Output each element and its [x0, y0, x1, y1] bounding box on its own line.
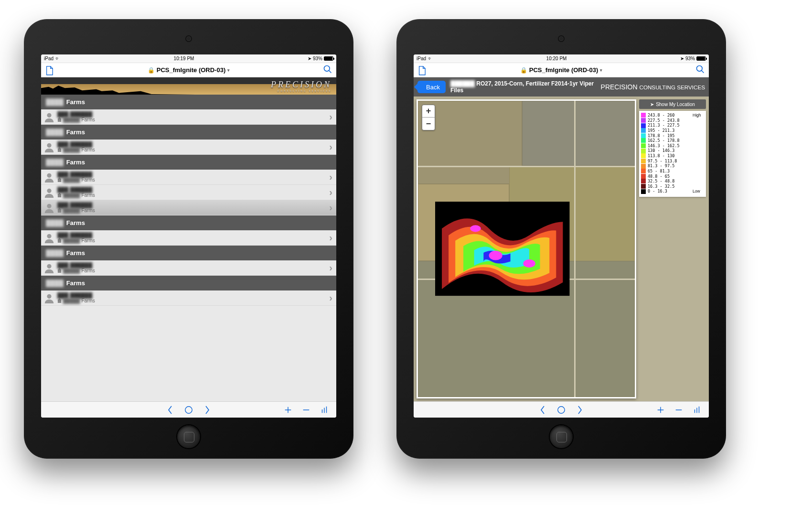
list-item[interactable]: ███ ███████████Farms›: [41, 290, 336, 306]
legend-swatch: [641, 174, 646, 179]
svg-point-37: [524, 260, 535, 268]
camera-dot: [186, 36, 191, 41]
wifi-icon: ᯤ: [428, 56, 433, 61]
list-item[interactable]: ███ ███████████Farms›: [41, 200, 336, 215]
group-header: ████Farms: [41, 246, 336, 260]
location-arrow-icon: ➤: [308, 56, 311, 61]
svg-point-14: [47, 204, 51, 208]
prev-record-button[interactable]: [539, 405, 546, 415]
delete-record-button[interactable]: [674, 406, 683, 414]
sort-button[interactable]: [693, 406, 701, 414]
svg-point-5: [47, 143, 51, 147]
legend-row: 178.8 - 195: [641, 133, 704, 139]
legend-swatch: [641, 138, 646, 143]
legend-row: 97.5 - 113.8: [641, 159, 704, 164]
list-item-text: ███ ███████████Farms: [57, 172, 329, 183]
legend-row: 162.5 - 178.8: [641, 138, 704, 143]
document-icon[interactable]: [45, 65, 53, 75]
camera-dot: [559, 36, 564, 41]
db-title-button[interactable]: 🔒 PCS_fmIgnite (ORD-03) ▾: [64, 66, 313, 74]
list-item-text: ███ ███████████Farms: [57, 111, 329, 122]
list-item[interactable]: ███ ███████████Farms›: [41, 170, 336, 185]
svg-rect-19: [59, 238, 61, 239]
brand-logo: PRECISION CONSULTING SERVICES: [271, 80, 331, 92]
legend-swatch: [641, 184, 646, 189]
legend-row: 146.3 - 162.5: [641, 143, 704, 149]
map-breadcrumb: ██████ RO27, 2015-Corn, Fertilizer F2014…: [450, 80, 596, 94]
sort-button[interactable]: [320, 406, 329, 414]
legend-swatch: [641, 128, 646, 133]
svg-point-20: [47, 264, 51, 268]
next-record-button[interactable]: [576, 405, 584, 415]
group-header: ████Farms: [41, 215, 336, 230]
new-record-button[interactable]: [656, 406, 665, 414]
current-record-button[interactable]: [184, 405, 193, 415]
document-icon[interactable]: [417, 65, 426, 75]
bottom-toolbar: [41, 401, 336, 418]
location-arrow-icon: ➤: [650, 102, 654, 107]
building-icon: [57, 178, 62, 182]
legend-row: 130 - 146.3: [641, 148, 704, 153]
svg-point-2: [47, 113, 51, 117]
home-button[interactable]: [550, 425, 573, 448]
person-icon: [44, 233, 54, 243]
zoom-in-button[interactable]: +: [422, 105, 435, 118]
list-item[interactable]: ███ ███████████Farms›: [41, 230, 336, 246]
svg-point-39: [558, 406, 565, 413]
farms-list[interactable]: ████Farms███ ███████████Farms›████Farms█…: [41, 95, 336, 401]
legend-row: 81.3 - 97.5: [641, 163, 704, 169]
legend-swatch: [641, 169, 646, 173]
svg-point-23: [47, 294, 51, 298]
prev-record-button[interactable]: [166, 405, 174, 415]
ios-statusbar: iPad ᯤ 10:19 PM ➤ 93%: [41, 54, 336, 63]
chevron-down-icon: ▾: [600, 68, 602, 73]
building-icon: [57, 148, 62, 152]
db-title-button[interactable]: 🔒 PCS_fmIgnite (ORD-03) ▾: [437, 66, 686, 74]
list-item[interactable]: ███ ███████████Farms›: [41, 260, 336, 276]
filemaker-topbar: 🔒 PCS_fmIgnite (ORD-03) ▾: [41, 63, 336, 77]
zoom-out-button[interactable]: −: [422, 118, 435, 130]
map-nav-header: Back ██████ RO27, 2015-Corn, Fertilizer …: [414, 77, 709, 97]
map-canvas[interactable]: + −: [417, 99, 636, 398]
legend-row: 211.3 - 227.5: [641, 123, 704, 128]
legend-swatch: [641, 123, 646, 128]
show-my-location-button[interactable]: ➤ Show My Location: [639, 99, 706, 109]
building-icon: [57, 118, 62, 122]
chevron-down-icon: ▾: [227, 68, 230, 73]
list-item-text: ███ ███████████Farms: [57, 292, 329, 303]
search-icon[interactable]: [323, 64, 332, 75]
svg-rect-4: [59, 118, 61, 118]
heatmap-overlay: [435, 195, 569, 302]
delete-record-button[interactable]: [302, 406, 310, 414]
list-item[interactable]: ███ ███████████Farms›: [41, 109, 336, 125]
svg-rect-24: [58, 300, 61, 303]
list-item-text: ███ ███████████Farms: [57, 202, 329, 213]
person-icon: [44, 112, 54, 122]
list-item[interactable]: ███ ███████████Farms›: [41, 140, 336, 155]
list-item-text: ███ ███████████Farms: [57, 187, 329, 198]
legend-swatch: [641, 189, 646, 194]
home-button[interactable]: [177, 425, 200, 448]
next-record-button[interactable]: [203, 405, 211, 415]
svg-rect-22: [59, 269, 61, 269]
lock-icon: 🔒: [148, 67, 155, 74]
legend-row: 227.5 - 243.8: [641, 118, 704, 123]
legend-row: 243.8 - 260High: [641, 113, 704, 118]
legend-row: 113.8 - 130: [641, 153, 704, 159]
current-record-button[interactable]: [557, 405, 566, 415]
person-icon: [44, 203, 54, 213]
legend-row: 195 - 211.3: [641, 128, 704, 133]
map-panel: + − ➤ Show My Location 243.8 - 260High22…: [414, 97, 709, 401]
legend-row: 32.5 - 48.8: [641, 179, 704, 184]
filemaker-topbar: 🔒 PCS_fmIgnite (ORD-03) ▾: [414, 63, 709, 77]
svg-point-33: [697, 66, 703, 72]
back-button[interactable]: Back: [417, 81, 446, 93]
svg-rect-7: [59, 148, 61, 149]
bottom-toolbar: [414, 401, 709, 418]
svg-point-38: [470, 226, 481, 232]
legend-row: 0 - 16.3Low: [641, 189, 704, 194]
new-record-button[interactable]: [284, 406, 292, 414]
search-icon[interactable]: [695, 64, 705, 75]
list-item[interactable]: ███ ███████████Farms›: [41, 185, 336, 200]
svg-rect-21: [58, 269, 61, 273]
